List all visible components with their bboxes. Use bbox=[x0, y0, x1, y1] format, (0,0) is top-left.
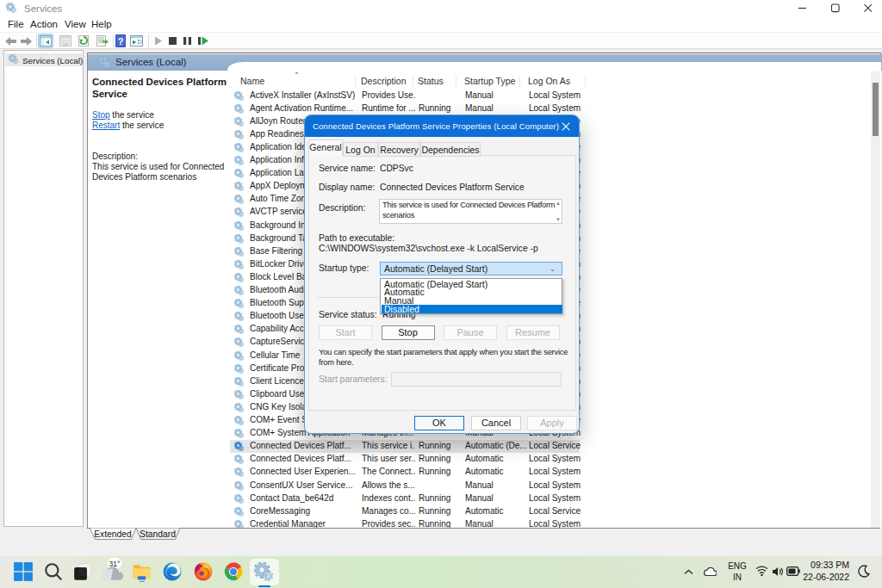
svg-text:31°: 31° bbox=[109, 560, 121, 568]
svg-text:Extended: Extended bbox=[94, 529, 132, 539]
svg-text:?: ? bbox=[118, 36, 124, 46]
svg-text:Standard: Standard bbox=[140, 529, 176, 539]
